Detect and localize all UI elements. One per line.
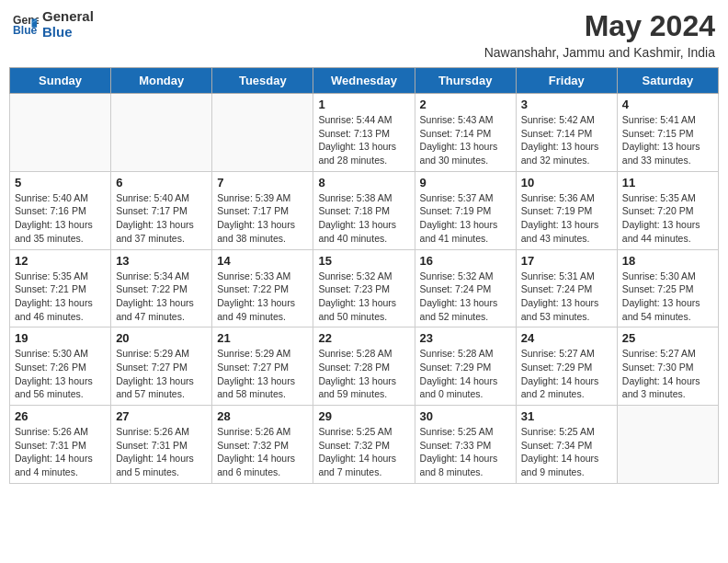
logo-text: General Blue — [42, 9, 94, 40]
logo: Gene Blue General Blue — [13, 9, 94, 40]
table-row: 13Sunrise: 5:34 AM Sunset: 7:22 PM Dayli… — [111, 249, 212, 327]
day-number: 15 — [318, 254, 409, 268]
calendar-week-row: 5Sunrise: 5:40 AM Sunset: 7:16 PM Daylig… — [10, 171, 719, 249]
calendar-week-row: 12Sunrise: 5:35 AM Sunset: 7:21 PM Dayli… — [10, 249, 719, 327]
table-row: 6Sunrise: 5:40 AM Sunset: 7:17 PM Daylig… — [111, 171, 212, 249]
day-info: Sunrise: 5:30 AM Sunset: 7:26 PM Dayligh… — [15, 347, 106, 401]
table-row: 7Sunrise: 5:39 AM Sunset: 7:17 PM Daylig… — [212, 171, 313, 249]
day-number: 17 — [521, 254, 612, 268]
day-number: 6 — [116, 176, 207, 190]
calendar-week-row: 26Sunrise: 5:26 AM Sunset: 7:31 PM Dayli… — [10, 406, 719, 484]
main-title: May 2024 — [484, 9, 715, 43]
table-row: 25Sunrise: 5:27 AM Sunset: 7:30 PM Dayli… — [617, 327, 718, 406]
day-number: 13 — [116, 254, 207, 268]
day-info: Sunrise: 5:34 AM Sunset: 7:22 PM Dayligh… — [116, 270, 207, 324]
day-number: 23 — [420, 331, 511, 345]
day-info: Sunrise: 5:35 AM Sunset: 7:21 PM Dayligh… — [15, 270, 106, 324]
day-number: 5 — [15, 176, 106, 190]
day-info: Sunrise: 5:26 AM Sunset: 7:31 PM Dayligh… — [15, 425, 106, 479]
day-number: 2 — [420, 98, 511, 111]
col-saturday: Saturday — [617, 68, 718, 94]
subtitle: Nawanshahr, Jammu and Kashmir, India — [484, 45, 715, 60]
day-number: 14 — [217, 254, 308, 268]
table-row: 15Sunrise: 5:32 AM Sunset: 7:23 PM Dayli… — [313, 249, 415, 327]
day-info: Sunrise: 5:38 AM Sunset: 7:18 PM Dayligh… — [318, 191, 409, 246]
table-row: 3Sunrise: 5:42 AM Sunset: 7:14 PM Daylig… — [516, 94, 617, 172]
day-number: 19 — [15, 331, 106, 345]
day-info: Sunrise: 5:32 AM Sunset: 7:24 PM Dayligh… — [420, 270, 511, 324]
table-row: 17Sunrise: 5:31 AM Sunset: 7:24 PM Dayli… — [516, 249, 617, 327]
logo-general: General — [42, 9, 94, 25]
page-header: Gene Blue General Blue May 2024 Nawansha… — [9, 9, 719, 60]
table-row: 24Sunrise: 5:27 AM Sunset: 7:29 PM Dayli… — [516, 327, 617, 406]
day-number: 28 — [217, 409, 308, 423]
table-row: 14Sunrise: 5:33 AM Sunset: 7:22 PM Dayli… — [212, 249, 313, 327]
table-row: 20Sunrise: 5:29 AM Sunset: 7:27 PM Dayli… — [111, 327, 212, 406]
table-row: 26Sunrise: 5:26 AM Sunset: 7:31 PM Dayli… — [10, 406, 111, 484]
day-number: 9 — [420, 176, 511, 190]
calendar-week-row: 1Sunrise: 5:44 AM Sunset: 7:13 PM Daylig… — [10, 94, 719, 172]
col-wednesday: Wednesday — [313, 68, 415, 94]
table-row — [111, 94, 212, 172]
table-row — [10, 94, 111, 172]
day-number: 20 — [116, 331, 207, 345]
day-number: 31 — [521, 409, 612, 423]
col-friday: Friday — [516, 68, 617, 94]
table-row: 10Sunrise: 5:36 AM Sunset: 7:19 PM Dayli… — [516, 171, 617, 249]
day-number: 12 — [15, 254, 106, 268]
table-row: 5Sunrise: 5:40 AM Sunset: 7:16 PM Daylig… — [10, 171, 111, 249]
logo-icon: Gene Blue — [13, 12, 39, 38]
table-row: 23Sunrise: 5:28 AM Sunset: 7:29 PM Dayli… — [415, 327, 516, 406]
day-info: Sunrise: 5:27 AM Sunset: 7:29 PM Dayligh… — [521, 347, 612, 401]
day-info: Sunrise: 5:27 AM Sunset: 7:30 PM Dayligh… — [622, 347, 713, 401]
day-number: 21 — [217, 331, 308, 345]
day-info: Sunrise: 5:37 AM Sunset: 7:19 PM Dayligh… — [420, 191, 511, 246]
day-info: Sunrise: 5:30 AM Sunset: 7:25 PM Dayligh… — [622, 270, 713, 324]
table-row: 30Sunrise: 5:25 AM Sunset: 7:33 PM Dayli… — [415, 406, 516, 484]
day-info: Sunrise: 5:32 AM Sunset: 7:23 PM Dayligh… — [318, 270, 409, 324]
table-row: 9Sunrise: 5:37 AM Sunset: 7:19 PM Daylig… — [415, 171, 516, 249]
title-area: May 2024 Nawanshahr, Jammu and Kashmir, … — [484, 9, 715, 60]
table-row: 31Sunrise: 5:25 AM Sunset: 7:34 PM Dayli… — [516, 406, 617, 484]
day-number: 30 — [420, 409, 511, 423]
day-number: 29 — [318, 409, 409, 423]
table-row: 8Sunrise: 5:38 AM Sunset: 7:18 PM Daylig… — [313, 171, 415, 249]
day-info: Sunrise: 5:29 AM Sunset: 7:27 PM Dayligh… — [116, 347, 207, 401]
table-row: 12Sunrise: 5:35 AM Sunset: 7:21 PM Dayli… — [10, 249, 111, 327]
day-info: Sunrise: 5:28 AM Sunset: 7:29 PM Dayligh… — [420, 347, 511, 401]
table-row — [212, 94, 313, 172]
table-row: 27Sunrise: 5:26 AM Sunset: 7:31 PM Dayli… — [111, 406, 212, 484]
table-row: 11Sunrise: 5:35 AM Sunset: 7:20 PM Dayli… — [617, 171, 718, 249]
day-info: Sunrise: 5:36 AM Sunset: 7:19 PM Dayligh… — [521, 191, 612, 246]
day-info: Sunrise: 5:40 AM Sunset: 7:16 PM Dayligh… — [15, 191, 106, 246]
table-row: 2Sunrise: 5:43 AM Sunset: 7:14 PM Daylig… — [415, 94, 516, 172]
day-info: Sunrise: 5:44 AM Sunset: 7:13 PM Dayligh… — [318, 113, 409, 167]
day-number: 10 — [521, 176, 612, 190]
calendar-header-row: Sunday Monday Tuesday Wednesday Thursday… — [10, 68, 719, 94]
day-info: Sunrise: 5:25 AM Sunset: 7:33 PM Dayligh… — [420, 425, 511, 479]
day-info: Sunrise: 5:43 AM Sunset: 7:14 PM Dayligh… — [420, 113, 511, 167]
day-number: 25 — [622, 331, 713, 345]
table-row: 18Sunrise: 5:30 AM Sunset: 7:25 PM Dayli… — [617, 249, 718, 327]
day-info: Sunrise: 5:25 AM Sunset: 7:32 PM Dayligh… — [318, 425, 409, 479]
day-number: 3 — [521, 98, 612, 111]
day-number: 26 — [15, 409, 106, 423]
col-sunday: Sunday — [10, 68, 111, 94]
table-row: 28Sunrise: 5:26 AM Sunset: 7:32 PM Dayli… — [212, 406, 313, 484]
day-info: Sunrise: 5:29 AM Sunset: 7:27 PM Dayligh… — [217, 347, 308, 401]
day-info: Sunrise: 5:26 AM Sunset: 7:32 PM Dayligh… — [217, 425, 308, 479]
table-row: 16Sunrise: 5:32 AM Sunset: 7:24 PM Dayli… — [415, 249, 516, 327]
day-info: Sunrise: 5:33 AM Sunset: 7:22 PM Dayligh… — [217, 270, 308, 324]
day-number: 7 — [217, 176, 308, 190]
day-number: 4 — [622, 98, 713, 111]
table-row: 22Sunrise: 5:28 AM Sunset: 7:28 PM Dayli… — [313, 327, 415, 406]
day-number: 1 — [318, 98, 409, 111]
day-number: 22 — [318, 331, 409, 345]
day-info: Sunrise: 5:41 AM Sunset: 7:15 PM Dayligh… — [622, 113, 713, 167]
day-number: 24 — [521, 331, 612, 345]
day-info: Sunrise: 5:31 AM Sunset: 7:24 PM Dayligh… — [521, 270, 612, 324]
day-info: Sunrise: 5:42 AM Sunset: 7:14 PM Dayligh… — [521, 113, 612, 167]
table-row: 4Sunrise: 5:41 AM Sunset: 7:15 PM Daylig… — [617, 94, 718, 172]
day-info: Sunrise: 5:25 AM Sunset: 7:34 PM Dayligh… — [521, 425, 612, 479]
day-number: 8 — [318, 176, 409, 190]
